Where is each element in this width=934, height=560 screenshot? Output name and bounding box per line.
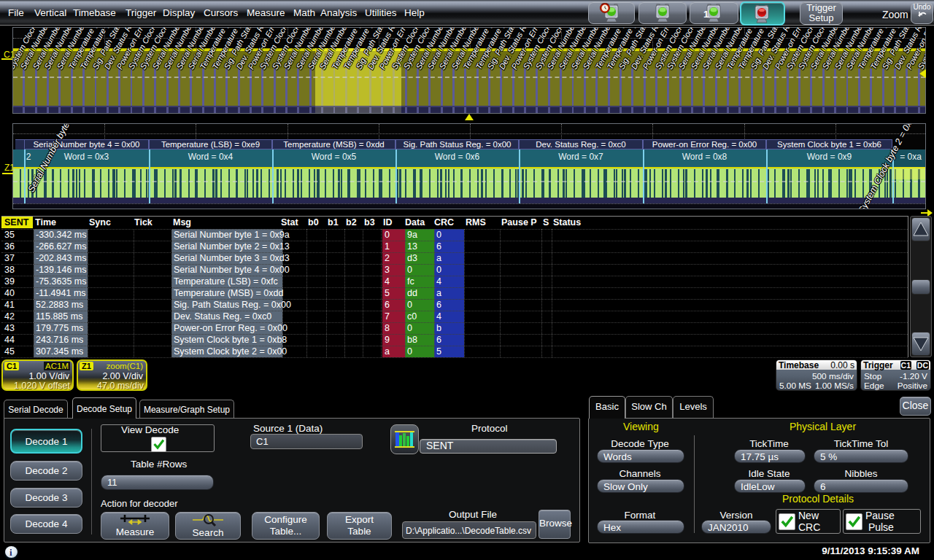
svg-text:1: 1: [703, 9, 709, 20]
